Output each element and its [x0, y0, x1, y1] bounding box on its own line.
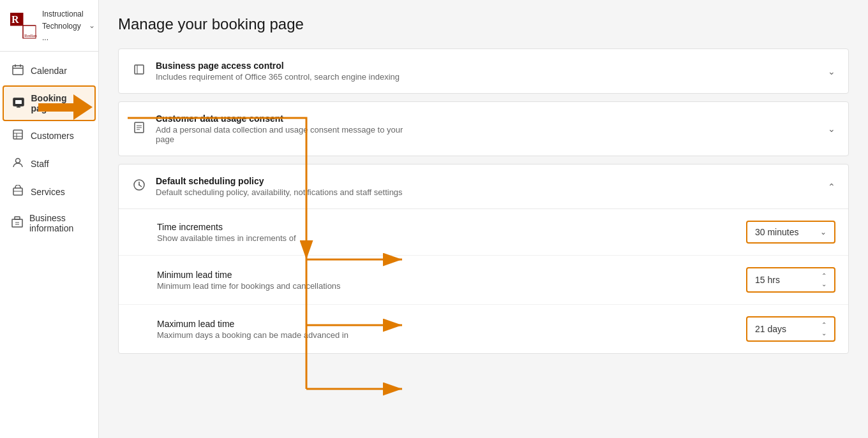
access-control-title: Business page access control — [156, 61, 815, 71]
scheduling-policy-chevron-icon[interactable]: ⌃ — [828, 182, 835, 192]
svg-rect-13 — [15, 100, 22, 104]
minimum-lead-time-title: Minimum lead time — [157, 270, 746, 280]
sidebar-item-services[interactable]: Services — [3, 179, 96, 205]
page-title: Manage your booking page — [118, 15, 849, 33]
consent-title: Customer data usage consent — [156, 113, 815, 124]
scheduling-policy-desc: Default scheduling policy, availability,… — [156, 187, 411, 197]
staff-icon — [11, 157, 24, 171]
time-increments-value: 30 minutes — [755, 227, 812, 237]
time-increments-dropdown[interactable]: 30 minutes ⌄ — [746, 221, 835, 244]
sidebar-item-label: Booking page — [31, 93, 86, 113]
spinner-arrows-icon: ⌃ ⌄ — [821, 272, 827, 288]
time-increments-row: Time increments Show available times in … — [119, 209, 848, 256]
scheduling-policy-title: Default scheduling policy — [156, 176, 815, 186]
time-increments-title: Time increments — [157, 222, 746, 232]
business-page-access-control-row[interactable]: Business page access control Includes re… — [119, 49, 848, 93]
minimum-lead-time-desc: Minimum lead time for bookings and cance… — [157, 281, 746, 291]
consent-text: Customer data usage consent Add a person… — [156, 113, 815, 144]
services-icon — [11, 185, 24, 199]
access-control-card: Business page access control Includes re… — [118, 48, 849, 94]
brand-chevron-icon[interactable]: ⌄ — [89, 21, 95, 30]
maximum-lead-time-row: Maximum lead time Maximum days a booking… — [119, 305, 848, 353]
svg-point-37 — [138, 184, 140, 186]
scheduling-policy-text: Default scheduling policy Default schedu… — [156, 176, 815, 197]
sidebar-item-label: Staff — [31, 159, 49, 169]
sidebar-item-label: Business information — [29, 213, 87, 233]
consent-card: Customer data usage consent Add a person… — [118, 101, 849, 156]
svg-rect-28 — [135, 65, 144, 74]
main-content: Manage your booking page Business page a… — [99, 0, 868, 438]
booking-page-icon — [13, 96, 24, 110]
sidebar-logo: R Redlands Instructional Technology ... … — [0, 0, 98, 52]
sidebar-item-customers[interactable]: Customers — [3, 122, 96, 149]
svg-rect-17 — [13, 130, 22, 139]
sidebar-item-booking-page[interactable]: Booking page — [3, 85, 96, 121]
scheduling-policy-header[interactable]: Default scheduling policy Default schedu… — [119, 164, 848, 209]
spinner-arrows-2-icon: ⌃ ⌄ — [821, 321, 827, 337]
business-information-icon — [11, 216, 23, 230]
sidebar-item-label: Customers — [31, 131, 74, 141]
maximum-lead-time-desc: Maximum days a booking can be made advan… — [157, 330, 746, 340]
sidebar-item-business-information[interactable]: Business information — [3, 207, 96, 240]
sidebar-item-label: Services — [31, 187, 65, 197]
time-increments-text: Time increments Show available times in … — [151, 222, 746, 243]
svg-rect-8 — [13, 66, 23, 75]
calendar-icon — [11, 64, 24, 78]
svg-text:R: R — [11, 14, 19, 25]
scheduling-policy-card: Default scheduling policy Default schedu… — [118, 164, 849, 354]
brand-name: Instructional Technology ... — [42, 8, 84, 43]
sidebar: R Redlands Instructional Technology ... … — [0, 0, 99, 438]
sidebar-nav: Calendar Booking page — [0, 52, 98, 240]
svg-rect-25 — [15, 217, 20, 219]
maximum-lead-time-title: Maximum lead time — [157, 319, 746, 329]
customers-icon — [11, 129, 24, 143]
time-increments-chevron-icon: ⌄ — [820, 228, 827, 237]
consent-chevron-icon[interactable]: ⌄ — [828, 124, 835, 134]
scheduling-policy-body: Time increments Show available times in … — [119, 209, 848, 353]
minimum-lead-time-spinner[interactable]: 15 hrs ⌃ ⌄ — [746, 267, 835, 293]
page-access-icon — [131, 63, 147, 79]
svg-rect-24 — [12, 219, 22, 227]
sidebar-item-staff[interactable]: Staff — [3, 150, 96, 177]
maximum-lead-time-spinner[interactable]: 21 days ⌃ ⌄ — [746, 316, 835, 342]
maximum-lead-time-text: Maximum lead time Maximum days a booking… — [151, 319, 746, 340]
minimum-lead-time-row: Minimum lead time Minimum lead time for … — [119, 256, 848, 305]
svg-point-21 — [16, 158, 20, 163]
minimum-lead-time-value: 15 hrs — [755, 275, 814, 285]
maximum-lead-time-value: 21 days — [755, 324, 814, 334]
scheduling-icon — [131, 179, 147, 194]
access-control-chevron-icon[interactable]: ⌄ — [828, 66, 835, 77]
svg-text:Redlands: Redlands — [24, 33, 37, 38]
access-control-text: Business page access control Includes re… — [156, 61, 815, 82]
sidebar-item-label: Calendar — [31, 66, 67, 76]
consent-icon — [131, 121, 147, 137]
minimum-lead-time-text: Minimum lead time Minimum lead time for … — [151, 270, 746, 291]
consent-desc: Add a personal data collection and usage… — [156, 125, 411, 144]
logo-icon: R Redlands — [9, 11, 37, 40]
customer-consent-row[interactable]: Customer data usage consent Add a person… — [119, 102, 848, 156]
access-control-desc: Includes requirement of Office 365 contr… — [156, 72, 411, 82]
time-increments-desc: Show available times in increments of — [157, 233, 746, 243]
sidebar-item-calendar[interactable]: Calendar — [3, 57, 96, 84]
